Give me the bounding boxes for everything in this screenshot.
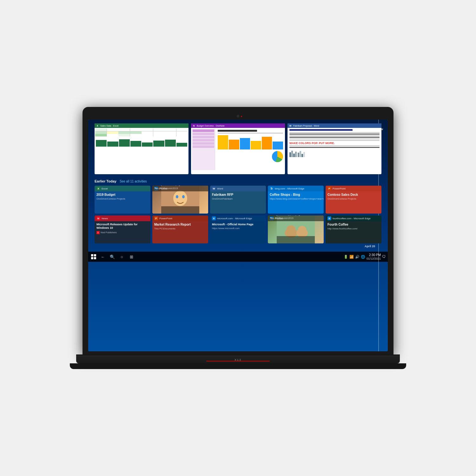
svg-point-8 [287, 225, 295, 233]
photos-kids-title: Family2019_Kids.png [154, 186, 206, 186]
onenote-icon-thumb: N [192, 124, 195, 127]
edge-app-icon: e [212, 216, 216, 220]
excel-app-icon: X [96, 187, 100, 190]
bing-card-title: Coffee Shops - Bing [270, 193, 322, 197]
back-button[interactable]: ← [99, 253, 107, 261]
activity-card-market-research[interactable]: P PowerPoint Market Research Report This… [152, 215, 208, 243]
word-card-title: Fabrikam RFP [212, 193, 264, 197]
onenote-window-thumb[interactable]: N Budget Overview - OneNote [191, 123, 285, 174]
svg-point-2 [176, 195, 178, 198]
market-research-title: Market Research Report [154, 223, 206, 227]
activity-card-news[interactable]: N News Microsoft Releases Update for Win… [95, 215, 150, 243]
puppies-title: Family2019_Puppies.png [270, 215, 322, 216]
ppt-card-subtitle: OneDrive\Contoso Projects [327, 197, 380, 200]
activity-card-word[interactable]: W Word Fabrikam RFP OneDrive\Fabrikam [210, 186, 266, 214]
excel-icon-thumb: X [96, 124, 99, 127]
news-app-icon: N [96, 216, 100, 220]
activities-grid-row2: N News Microsoft Releases Update for Win… [95, 215, 381, 243]
word-card-subtitle: OneDrive\Fabrikam [212, 197, 264, 200]
fourth-coffee-subtitle: http://www.fourthcoffee.com/ [327, 227, 380, 230]
excel-window-thumb[interactable]: X Sales Data - Excel [95, 123, 188, 174]
laptop-red-line [206, 361, 270, 361]
section-header: Earlier Today See all 11 activities [95, 179, 381, 183]
ms-home-subtitle: https://www.microsoft.com [212, 227, 264, 230]
laptop-outer: Now 🔍 X Sales Data - Excel [83, 107, 393, 354]
wifi-icon[interactable]: 📶 [349, 255, 354, 259]
activity-card-ms-home[interactable]: e microsoft.com - Microsoft Edge Microso… [210, 215, 266, 243]
network-icon[interactable]: 🌐 [361, 255, 365, 259]
news-card-title: Microsoft Releases Update for Windows 10 [96, 223, 149, 230]
ppt-card-title: Contoso Sales Deck [327, 193, 380, 197]
word-icon-thumb: W [289, 124, 292, 127]
ms-home-title: Microsoft - Official Home Page [212, 223, 264, 226]
notification-icon[interactable]: 🗨 [382, 255, 386, 259]
ppt-app-icon: P [327, 187, 331, 190]
market-research-subtitle: This PC\Documents [154, 227, 206, 230]
activities-grid-row1: X Excel 2019 Budget OneDrive/Contoso Pro… [95, 186, 381, 214]
word-app-name: Word [217, 187, 223, 190]
puppies-subtitle: This PC\Pictures\2019 [270, 217, 322, 220]
earlier-today-label: Earlier Today [95, 179, 116, 183]
laptop-base: X13 [76, 354, 400, 363]
excel-card-subtitle: OneDrive/Contoso Projects [96, 197, 149, 200]
fourth-coffee-title: Fourth Coffee [327, 223, 380, 227]
word-window-thumb[interactable]: W Fabrikam Proposal - Word [288, 123, 381, 174]
bing-card-subtitle: https://www.bing.com/search+coffee+shops… [270, 197, 322, 200]
webcam [237, 115, 239, 117]
windows-row: X Sales Data - Excel [95, 123, 381, 174]
bing-app-icon: b [270, 187, 274, 190]
excel-app-name: Excel [102, 187, 108, 190]
webcam-led [241, 116, 242, 117]
photos-kids-subtitle: This PC\Pictures\2019 [154, 187, 206, 190]
activity-card-bing[interactable]: b bing.com - Microsoft Edge Coffee Shops… [268, 186, 324, 214]
news-publisher-icon: N [96, 231, 100, 234]
svg-rect-10 [277, 236, 315, 243]
laptop-bottom-base [70, 363, 406, 369]
screen: Now 🔍 X Sales Data - Excel [88, 120, 388, 351]
news-publisher: Nod Publishers [101, 231, 117, 234]
ppt2-app-name: PowerPoint [159, 217, 172, 220]
volume-icon[interactable]: 🔊 [355, 255, 360, 259]
svg-point-9 [298, 226, 306, 233]
battery-icon[interactable]: 🔋 [344, 255, 348, 259]
laptop-hinge [76, 354, 400, 356]
laptop-container: Now 🔍 X Sales Data - Excel [70, 107, 406, 369]
svg-rect-4 [161, 206, 199, 214]
cortana-button[interactable]: ○ [118, 253, 126, 261]
activity-card-photos-kids[interactable]: 📷 Photos Family2019_Kids.png This PC\Pic… [152, 186, 208, 214]
svg-point-3 [182, 195, 185, 198]
excel-card-title: 2019 Budget [96, 193, 149, 197]
see-all-link[interactable]: See all 11 activities [120, 180, 147, 183]
edge-app-name: microsoft.com - Microsoft Edge [217, 217, 252, 220]
ppt-app-name: PowerPoint [333, 187, 346, 190]
system-tray: 🔋 📶 🔊 🌐 2:30 PM 01/12/2021 🗨 [344, 253, 386, 261]
edge2-app-name: fourthcoffee.com - Microsoft Edge [333, 217, 371, 220]
bing-app-name: bing.com - Microsoft Edge [275, 187, 304, 190]
news-app-name: News [102, 217, 108, 220]
activity-card-ppt[interactable]: P PowerPoint Contoso Sales Deck OneDrive… [326, 186, 381, 214]
excel-window-title: Sales Data - Excel [100, 125, 119, 127]
large-windows-section: X Sales Data - Excel [88, 120, 388, 252]
date-label: April 20 [95, 243, 381, 249]
start-button[interactable] [90, 253, 97, 260]
taskbar-search-button[interactable]: 🔍 [109, 253, 116, 261]
edge2-app-icon: e [327, 216, 331, 220]
taskbar: ← 🔍 ○ ⊞ 🔋 📶 🔊 🌐 2:30 P [88, 252, 388, 262]
word-app-icon: W [212, 187, 216, 190]
ppt2-app-icon: P [154, 216, 158, 220]
activity-card-photos-puppies[interactable]: 📷 Photos Family2019_Puppies.png This PC\… [268, 215, 324, 243]
laptop-bezel-top [88, 113, 388, 120]
taskview-button[interactable]: ⊞ [128, 253, 135, 261]
activity-card-fourth-coffee[interactable]: e fourthcoffee.com - Microsoft Edge Four… [326, 215, 381, 243]
activity-card-excel[interactable]: X Excel 2019 Budget OneDrive/Contoso Pro… [95, 186, 150, 214]
timeline-bg: Now 🔍 X Sales Data - Excel [88, 120, 388, 351]
windows-logo [91, 254, 96, 259]
onenote-window-title: Budget Overview - OneNote [197, 125, 225, 127]
word-window-title: Fabrikam Proposal - Word [293, 125, 319, 127]
